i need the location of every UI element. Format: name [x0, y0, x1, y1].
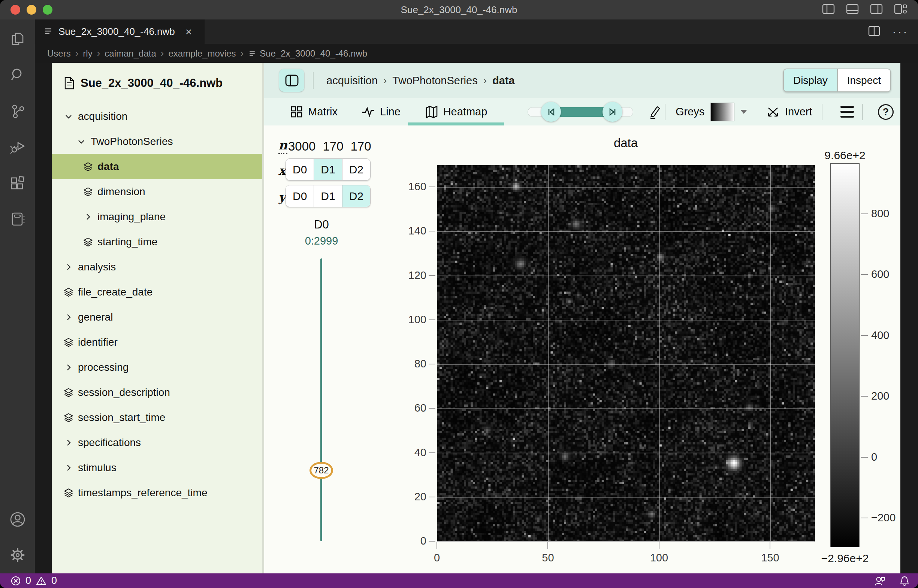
x-dim-button-D1[interactable]: D1 — [314, 159, 342, 180]
breadcrumb-item[interactable]: caiman_data — [105, 48, 156, 59]
y-dim-button-D1[interactable]: D1 — [314, 186, 342, 207]
tree-item-stimulus[interactable]: stimulus — [52, 455, 262, 480]
colorbar-tick-label: −200 — [871, 512, 895, 524]
y-tick-label: 140 — [392, 225, 426, 237]
x-dim-button-D0[interactable]: D0 — [286, 159, 314, 180]
inspect-button[interactable]: Inspect — [837, 69, 890, 91]
x-dim-button-D2[interactable]: D2 — [342, 159, 370, 180]
display-inspect-toggle: Display Inspect — [783, 69, 891, 92]
extensions-icon[interactable] — [0, 174, 35, 192]
chevron-down-icon — [63, 111, 74, 122]
colorbar-tick-mark — [861, 274, 868, 275]
colorbar-max-label: 9.66e+2 — [803, 149, 887, 162]
tree-item-general[interactable]: general — [52, 304, 262, 330]
x-tick-mark — [547, 542, 548, 549]
breadcrumb-item[interactable]: Users — [47, 48, 71, 59]
divider — [862, 104, 863, 120]
tab-matrix[interactable]: Matrix — [290, 98, 338, 126]
y-tick-label: 160 — [392, 181, 426, 193]
zoom-window-button[interactable] — [43, 5, 52, 15]
account-icon[interactable] — [0, 510, 35, 529]
tree-item-TwoPhotonSeries[interactable]: TwoPhotonSeries — [52, 129, 262, 154]
slider-handle-min[interactable] — [541, 102, 561, 122]
settings-gear-icon[interactable] — [0, 546, 35, 564]
warnings-icon — [36, 576, 47, 586]
notebook-icon[interactable] — [0, 210, 35, 228]
close-tab-icon[interactable]: × — [186, 26, 192, 37]
breadcrumb-item[interactable]: example_movies — [168, 48, 236, 59]
minimize-window-button[interactable] — [27, 5, 36, 15]
colormap-select[interactable]: Greys — [675, 98, 747, 126]
problems-status[interactable]: 0 0 — [10, 575, 57, 586]
tree-item-specifications[interactable]: specifications — [52, 430, 262, 455]
viewer-breadcrumb-item[interactable]: acquisition — [326, 74, 378, 87]
nwb-file-icon — [248, 49, 256, 58]
more-actions-icon[interactable]: ··· — [892, 29, 908, 34]
tree-item-file_create_date[interactable]: file_create_date — [52, 279, 262, 304]
tree-item-starting_time[interactable]: starting_time — [52, 229, 262, 254]
y-tick-label: 40 — [392, 446, 426, 459]
slider-handle-max[interactable] — [602, 102, 622, 122]
app-window: Sue_2x_3000_40_-46.nwb Sue_2x_3000_40_-4… — [0, 0, 918, 588]
y-dim-button-D0[interactable]: D0 — [286, 186, 314, 207]
errors-count: 0 — [26, 575, 31, 586]
tab-line[interactable]: Line — [361, 98, 400, 126]
invert-colormap-button[interactable]: Invert — [767, 98, 812, 126]
divider — [313, 72, 314, 89]
frame-slider-handle[interactable]: 782 — [309, 462, 333, 479]
tree-item-timestamps_reference_time[interactable]: timestamps_reference_time — [52, 480, 262, 505]
toggle-panel-icon[interactable] — [846, 3, 859, 16]
display-button[interactable]: Display — [784, 69, 837, 91]
tree-item-dimension[interactable]: dimension — [52, 179, 262, 204]
tree-item-processing[interactable]: processing — [52, 355, 262, 380]
y-tick-label: 120 — [392, 269, 426, 282]
y-dim-label: y — [278, 190, 285, 205]
heatmap-plot[interactable] — [437, 165, 814, 541]
tab-heatmap[interactable]: Heatmap — [408, 98, 504, 126]
toggle-primary-sidebar-icon[interactable] — [822, 3, 835, 16]
y-tick-mark — [429, 452, 436, 453]
split-editor-icon[interactable] — [868, 26, 880, 38]
close-window-button[interactable] — [10, 5, 20, 15]
menu-button[interactable] — [840, 98, 854, 126]
edit-range-button[interactable] — [647, 98, 661, 126]
tree-item-label: session_description — [78, 386, 170, 399]
heatmap-image[interactable] — [437, 165, 815, 541]
y-tick-mark — [429, 231, 436, 231]
tree-item-session_description[interactable]: session_description — [52, 380, 262, 405]
search-icon[interactable] — [0, 66, 35, 84]
feedback-person-icon[interactable] — [874, 575, 886, 586]
frame-slider-track[interactable] — [321, 258, 322, 541]
explorer-icon[interactable] — [0, 30, 35, 47]
breadcrumb-file[interactable]: Sue_2x_3000_40_-46.nwb — [248, 48, 367, 59]
breadcrumb-item[interactable]: rly — [83, 48, 92, 59]
tab-nwb-file[interactable]: Sue_2x_3000_40_-46.nwb × — [35, 19, 205, 44]
y-dim-button-D2[interactable]: D2 — [342, 186, 370, 207]
help-button[interactable]: ? — [878, 104, 894, 120]
chevron-separator-icon: › — [75, 48, 79, 59]
toggle-tree-sidebar-button[interactable] — [279, 69, 304, 92]
y-tick-label: 80 — [392, 358, 426, 370]
colorbar-tick-label: 600 — [871, 268, 889, 281]
frame-slider-range: 0:2999 — [285, 235, 358, 247]
notifications-bell-icon[interactable] — [899, 575, 910, 586]
chevron-right-icon — [63, 437, 74, 448]
tree-item-session_start_time[interactable]: session_start_time — [52, 405, 262, 430]
toggle-secondary-sidebar-icon[interactable] — [870, 3, 883, 16]
viewer-header: acquisition › TwoPhotonSeries › data Dis… — [264, 63, 900, 98]
tree-item-label: processing — [78, 362, 128, 373]
customize-layout-icon[interactable] — [894, 3, 907, 16]
skip-start-icon — [546, 107, 557, 118]
chevron-separator-icon: › — [97, 48, 100, 59]
right-scrollbar-gutter[interactable] — [900, 63, 918, 573]
tree-item-imaging_plane[interactable]: imaging_plane — [52, 204, 262, 229]
run-debug-icon[interactable] — [0, 138, 35, 155]
tree-item-analysis[interactable]: analysis — [52, 254, 262, 279]
source-control-icon[interactable] — [0, 103, 35, 120]
tree-item-acquisition[interactable]: acquisition — [52, 104, 262, 129]
viewer-breadcrumb-item[interactable]: TwoPhotonSeries — [392, 74, 478, 87]
window-title: Sue_2x_3000_40_-46.nwb — [150, 0, 768, 19]
tree-item-data[interactable]: data — [52, 154, 262, 179]
tree-item-identifier[interactable]: identifier — [52, 330, 262, 355]
dataset-layers-icon — [63, 412, 74, 423]
